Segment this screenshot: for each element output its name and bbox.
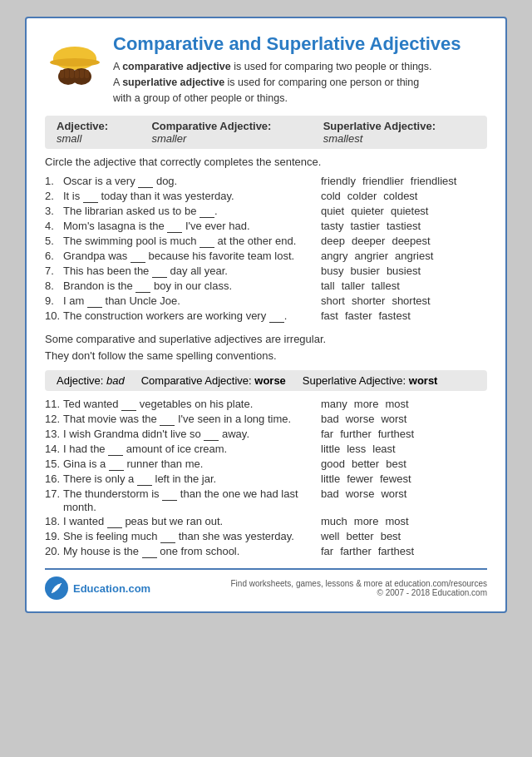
word-choices: talltallertallest	[313, 280, 487, 292]
word-option[interactable]: far	[321, 428, 333, 440]
word-option[interactable]: best	[386, 458, 406, 470]
svg-rect-11	[85, 70, 89, 78]
word-option[interactable]: worse	[346, 487, 375, 500]
word-option[interactable]: shortest	[392, 294, 430, 307]
word-choices: littlefewerfewest	[313, 473, 487, 485]
word-option[interactable]: quietest	[391, 205, 429, 217]
word-choices: farfartherfarthest	[313, 545, 487, 557]
word-option[interactable]: furthest	[378, 428, 414, 440]
word-option[interactable]: worst	[381, 413, 406, 425]
word-choices: shortshortershortest	[313, 294, 487, 307]
word-option[interactable]: quiet	[321, 205, 344, 217]
word-option[interactable]: little	[321, 443, 340, 455]
word-option[interactable]: further	[340, 428, 372, 440]
word-option[interactable]: faster	[345, 309, 372, 322]
word-option[interactable]: coldest	[383, 190, 417, 202]
word-option[interactable]: friendlier	[362, 175, 404, 187]
sentence-text: The librarian asked us to be .	[63, 205, 313, 218]
word-option[interactable]: cold	[321, 190, 341, 202]
word-option[interactable]: more	[354, 398, 379, 410]
section-note: Some comparative and superlative adjecti…	[45, 331, 487, 364]
header: Comparative and Superlative Adjectives A…	[45, 33, 487, 106]
word-option[interactable]: angry	[321, 250, 348, 262]
word-option[interactable]: far	[321, 545, 333, 557]
word-option[interactable]: tallest	[372, 280, 400, 292]
word-option[interactable]: best	[381, 530, 401, 542]
example-box-2: Adjective: bad Comparative Adjective: wo…	[45, 370, 487, 391]
word-option[interactable]: busier	[350, 265, 379, 277]
sentence-text: Oscar is a very dog.	[63, 175, 313, 188]
word-option[interactable]: good	[321, 458, 345, 470]
word-option[interactable]: farther	[340, 545, 372, 557]
sentence-number: 6.	[45, 250, 63, 262]
word-option[interactable]: better	[346, 530, 373, 542]
word-option[interactable]: fewest	[380, 473, 411, 485]
education-logo-icon	[45, 576, 68, 600]
page-title: Comparative and Superlative Adjectives	[113, 33, 461, 55]
word-option[interactable]: tasty	[321, 220, 343, 232]
word-option[interactable]: tall	[321, 280, 335, 292]
word-option[interactable]: deeper	[352, 235, 385, 247]
word-option[interactable]: shorter	[352, 294, 385, 307]
word-option[interactable]: worst	[381, 487, 406, 500]
word-option[interactable]: friendly	[321, 175, 356, 187]
word-option[interactable]: worse	[346, 413, 375, 425]
word-option[interactable]: fast	[321, 309, 338, 322]
word-option[interactable]: short	[321, 294, 345, 307]
sentence-text: Mom's lasagna is the I've ever had.	[63, 220, 313, 233]
footer-logo: Education.com	[45, 576, 150, 600]
word-option[interactable]: farthest	[378, 545, 414, 557]
svg-rect-7	[65, 69, 69, 78]
example-box-1: Adjective: small Comparative Adjective: …	[45, 116, 487, 149]
svg-rect-8	[70, 69, 74, 78]
word-choices: manymoremost	[313, 398, 487, 410]
word-option[interactable]: deep	[321, 235, 345, 247]
word-choices: coldcoldercoldest	[313, 190, 487, 202]
footer-logo-text: Education.com	[73, 582, 150, 595]
sentence-number: 11.	[45, 398, 63, 410]
word-option[interactable]: better	[352, 458, 379, 470]
sentence-text: I had the amount of ice cream.	[63, 443, 313, 456]
word-option[interactable]: fewer	[347, 473, 373, 485]
word-option[interactable]: taller	[342, 280, 365, 292]
example2-comp: Comparative Adjective: worse	[141, 374, 286, 387]
word-option[interactable]: less	[347, 443, 366, 455]
sentence-number: 7.	[45, 265, 63, 277]
svg-point-3	[50, 58, 100, 67]
word-option[interactable]: bad	[321, 413, 339, 425]
word-option[interactable]: more	[354, 515, 379, 527]
sentence-row: 9.I am than Uncle Joe.shortshortershorte…	[45, 294, 487, 308]
sentence-number: 17.	[45, 487, 63, 500]
word-option[interactable]: bad	[321, 487, 339, 500]
word-choices: quietquieterquietest	[313, 205, 487, 217]
word-option[interactable]: well	[321, 530, 339, 542]
word-option[interactable]: deepest	[392, 235, 430, 247]
word-option[interactable]: angriest	[395, 250, 433, 262]
sentence-text: My house is the one from school.	[63, 545, 313, 558]
word-option[interactable]: many	[321, 398, 347, 410]
word-option[interactable]: tastier	[350, 220, 379, 232]
word-option[interactable]: friendliest	[411, 175, 457, 187]
sentence-number: 18.	[45, 515, 63, 527]
sentence-text: Brandon is the boy in our class.	[63, 280, 313, 293]
word-option[interactable]: much	[321, 515, 347, 527]
word-option[interactable]: colder	[347, 190, 377, 202]
sentence-text: I wanted peas but we ran out.	[63, 515, 313, 528]
word-option[interactable]: most	[385, 515, 408, 527]
word-option[interactable]: busy	[321, 265, 343, 277]
word-option[interactable]: most	[385, 398, 408, 410]
sentence-row: 4.Mom's lasagna is the I've ever had.tas…	[45, 220, 487, 233]
word-option[interactable]: least	[372, 443, 395, 455]
word-option[interactable]: fastest	[378, 309, 410, 322]
word-choices: goodbetterbest	[313, 458, 487, 470]
word-option[interactable]: angrier	[355, 250, 388, 262]
sentence-number: 10.	[45, 309, 63, 322]
worksheet-page: Comparative and Superlative Adjectives A…	[25, 17, 507, 613]
sentence-number: 20.	[45, 545, 63, 557]
word-option[interactable]: little	[321, 473, 340, 485]
word-choices: friendlyfriendlierfriendliest	[313, 175, 487, 187]
word-option[interactable]: tastiest	[387, 220, 421, 232]
word-option[interactable]: quieter	[351, 205, 384, 217]
word-option[interactable]: busiest	[387, 265, 421, 277]
sentence-number: 19.	[45, 530, 63, 542]
